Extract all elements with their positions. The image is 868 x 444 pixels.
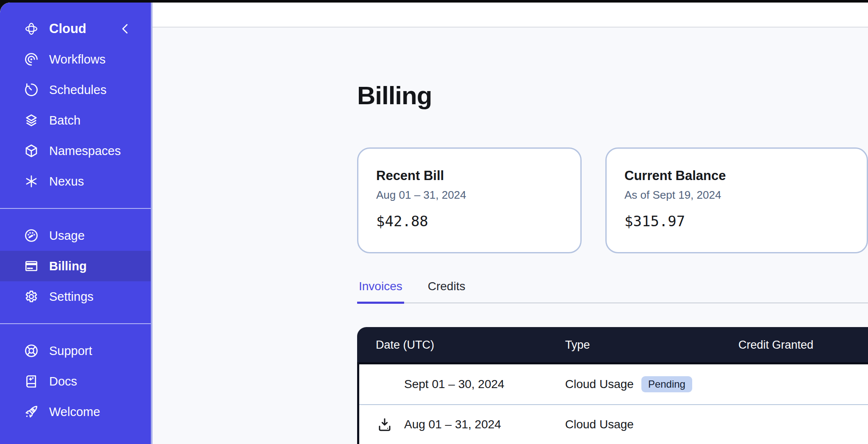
card-amount: $315.97 [624,213,849,230]
temporal-logo-icon [24,21,39,36]
sidebar-item-label: Welcome [49,405,100,419]
nexus-icon [24,174,39,189]
sidebar-item-label: Settings [49,290,94,304]
schedules-icon [24,82,39,97]
sidebar-brand-label: Cloud [49,21,86,36]
invoice-type: Cloud Usage [565,377,634,391]
sidebar-item-support[interactable]: Support [0,336,151,366]
invoice-type-cell: Cloud Usage [565,418,634,431]
invoice-date: Aug 01 – 31, 2024 [404,418,501,431]
app-window: Cloud Workflows [0,3,868,444]
card-title: Recent Bill [376,168,563,183]
billing-page: Billing Recent Bill Aug 01 – 31, 2024 $4… [153,28,868,444]
sidebar-item-usage[interactable]: Usage [0,220,151,251]
current-balance-card: Current Balance As of Sept 19, 2024 $315… [605,147,868,253]
card-title: Current Balance [624,168,849,183]
column-header-credit-granted: Credit Granted [738,338,813,351]
workflows-icon [24,52,39,67]
sidebar-item-batch[interactable]: Batch [0,105,151,136]
support-icon [24,343,39,358]
namespaces-icon [24,143,39,158]
sidebar-item-label: Nexus [49,175,84,189]
invoice-type-cell: Cloud Usage Pending [565,376,692,392]
invoices-table: Date (UTC) Type Credit Granted Sept 01 –… [357,327,868,444]
sidebar-item-settings[interactable]: Settings [0,281,151,312]
sidebar-divider [0,323,151,324]
sidebar-item-schedules[interactable]: Schedules [0,75,151,105]
billing-icon [24,258,39,274]
welcome-icon [24,404,39,419]
tab-credits[interactable]: Credits [426,280,467,302]
sidebar-item-billing[interactable]: Billing [0,251,151,281]
invoice-type: Cloud Usage [565,418,634,431]
sidebar-item-welcome[interactable]: Welcome [0,397,151,427]
sidebar-item-label: Docs [49,375,77,388]
sidebar-item-label: Batch [49,114,80,128]
sidebar-item-workflows[interactable]: Workflows [0,44,151,75]
sidebar: Cloud Workflows [0,3,153,444]
sidebar-item-label: Workflows [49,53,105,67]
usage-icon [24,228,39,243]
sidebar-divider [0,208,151,209]
invoices-table-header: Date (UTC) Type Credit Granted [357,327,868,364]
summary-cards: Recent Bill Aug 01 – 31, 2024 $42.88 Cur… [357,147,868,253]
status-badge: Pending [641,376,692,392]
main-area: Billing Recent Bill Aug 01 – 31, 2024 $4… [153,3,868,444]
tab-invoices[interactable]: Invoices [357,280,404,304]
billing-tabs: Invoices Credits [357,280,868,303]
table-row[interactable]: Aug 01 – 31, 2024 Cloud Usage [359,404,868,444]
sidebar-item-label: Billing [49,259,87,273]
sidebar-item-docs[interactable]: Docs [0,366,151,397]
sidebar-item-label: Usage [49,229,85,243]
batch-icon [24,113,39,128]
sidebar-item-label: Namespaces [49,144,121,158]
docs-icon [24,374,39,389]
sidebar-item-namespaces[interactable]: Namespaces [0,136,151,166]
card-amount: $42.88 [376,213,563,230]
sidebar-item-label: Support [49,344,92,358]
sidebar-item-label: Schedules [49,83,106,97]
column-header-date: Date (UTC) [376,338,434,351]
card-subtitle: As of Sept 19, 2024 [624,189,849,202]
topbar [153,3,868,28]
sidebar-item-nexus[interactable]: Nexus [0,166,151,197]
column-header-type: Type [565,338,590,351]
page-title: Billing [357,81,868,110]
recent-bill-card: Recent Bill Aug 01 – 31, 2024 $42.88 [357,147,582,253]
sidebar-collapse-button[interactable] [118,21,133,36]
card-subtitle: Aug 01 – 31, 2024 [376,189,563,202]
invoices-table-body: Sept 01 – 30, 2024 Cloud Usage Pending [357,364,868,444]
settings-icon [24,289,39,304]
sidebar-brand-cloud[interactable]: Cloud [0,14,151,44]
download-invoice-icon[interactable] [376,416,393,433]
invoice-date: Sept 01 – 30, 2024 [404,377,505,391]
table-row[interactable]: Sept 01 – 30, 2024 Cloud Usage Pending [359,364,868,404]
